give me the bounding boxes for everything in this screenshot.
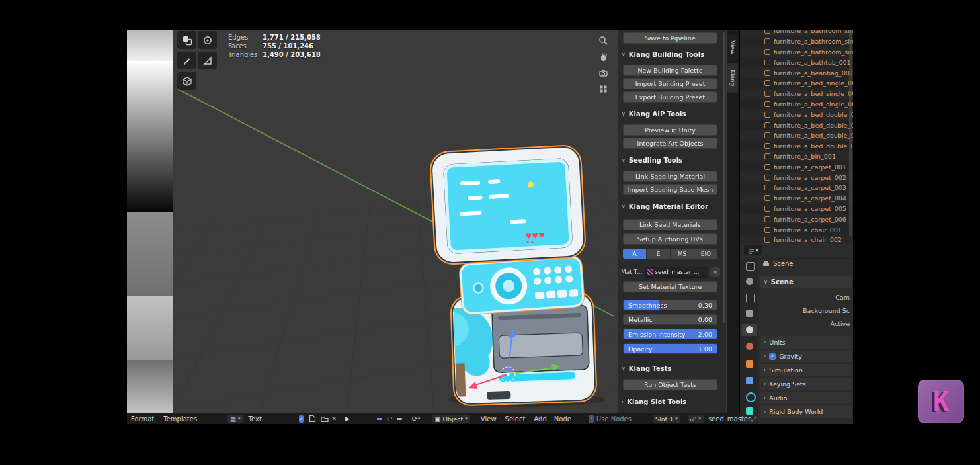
outliner-item[interactable]: furniture_a_carpet_005	[740, 204, 853, 214]
tab-klang[interactable]: Klang	[727, 63, 738, 93]
gravity-checkbox[interactable]: ✓	[769, 353, 776, 360]
tab-view[interactable]: View	[727, 35, 738, 60]
pan-tool-button[interactable]	[597, 51, 609, 63]
outliner-item[interactable]: furniture_a_chair_002	[740, 235, 853, 243]
editor-type-dropdown[interactable]: ▾	[744, 245, 762, 255]
run-script-icon[interactable]: ▶	[345, 415, 350, 422]
outliner-item[interactable]: furniture_a_beanbag_001	[740, 67, 853, 78]
import-building-preset-button[interactable]: Import Building Preset	[623, 78, 717, 89]
syntax-highlight-toggle[interactable]: ≣	[396, 415, 402, 423]
section-gravity[interactable]: › ✓ Gravity	[760, 350, 852, 362]
menu-add[interactable]: Add	[534, 415, 546, 423]
npanel-scrollbar[interactable]	[723, 32, 725, 323]
image-datablock-browse[interactable]: ☍ ▾	[688, 415, 704, 423]
section-klang-building-tools[interactable]: ∨Klang Building Tools	[622, 50, 704, 59]
tab-view-layer-icon[interactable]	[746, 310, 753, 317]
zoom-tool-button[interactable]	[597, 34, 609, 46]
link-seed-materials-button[interactable]: Link Seed Materials	[623, 219, 717, 230]
tab-scene-icon[interactable]	[746, 326, 753, 333]
save-to-pipeline-button[interactable]: Save to Pipeline	[623, 32, 717, 44]
outliner-item[interactable]: furniture_a_carpet_002	[740, 172, 853, 183]
segment-a[interactable]: A	[623, 249, 647, 259]
word-wrap-toggle[interactable]: ↩	[386, 415, 392, 423]
outliner-item[interactable]: furniture_a_bed_double_002	[740, 120, 853, 130]
register-checkbox[interactable]: ✓	[299, 415, 304, 423]
image-datablock-name[interactable]: seed_master	[708, 415, 751, 423]
section-klang-slot-tools[interactable]: ›Klang Slot Tools	[622, 397, 686, 406]
outliner-item[interactable]: furniture_a_bathroom_sink_0	[740, 47, 853, 58]
metallic-slider[interactable]: Metallic 0.00	[623, 314, 717, 325]
refresh-dropdown-icon[interactable]: ⟳▾	[412, 415, 421, 423]
export-building-preset-button[interactable]: Export Building Preset	[623, 91, 717, 103]
outliner-item[interactable]: furniture_a_carpet_003	[740, 183, 853, 193]
segment-e[interactable]: E	[647, 249, 671, 259]
outliner-item[interactable]: furniture_a_bed_single_002	[740, 89, 853, 99]
outliner-item[interactable]: furniture_a_bathroom_sink_0	[740, 36, 853, 47]
scene-panel-header[interactable]: ∨ Scene	[760, 276, 852, 288]
section-audio[interactable]: › Audio	[760, 392, 852, 404]
set-material-texture-button[interactable]: Set Material Texture	[623, 281, 717, 292]
section-klang-aip-tools[interactable]: ∨Klang AIP Tools	[622, 109, 686, 118]
tab-world-icon[interactable]	[746, 343, 753, 350]
segment-ms[interactable]: MS	[671, 249, 694, 259]
outliner-item[interactable]: furniture_a_bathtub_001	[740, 57, 853, 67]
outliner-item[interactable]: furniture_a_carpet_004	[740, 193, 853, 204]
annotate-pencil-button[interactable]	[177, 52, 196, 69]
link-seedling-material-button[interactable]: Link Seedling Material	[623, 171, 717, 182]
tab-physics-icon[interactable]	[746, 392, 756, 402]
overlay-contrast-button[interactable]	[177, 31, 196, 49]
ortho-toggle-button[interactable]	[597, 83, 609, 95]
emission-intensity-slider[interactable]: Emission Intensity 2.00	[623, 329, 717, 339]
opacity-slider[interactable]: Opacity 1.00	[623, 343, 717, 354]
section-units[interactable]: › Units	[760, 336, 852, 349]
camera-view-button[interactable]	[597, 67, 609, 79]
new-building-palette-button[interactable]: New Building Palette	[623, 65, 717, 76]
outliner-item[interactable]: furniture_a_bed_double_001	[740, 109, 853, 120]
outliner-item[interactable]: furniture_a_carpet_006	[740, 214, 853, 224]
overlay-target-button[interactable]	[198, 31, 217, 49]
outliner-item[interactable]: furniture_a_chair_001	[740, 224, 853, 235]
tab-tool-icon[interactable]	[746, 262, 755, 271]
menu-view[interactable]: View	[481, 415, 497, 423]
material-texture-dropdown[interactable]: seed_master_...	[645, 267, 708, 278]
slot-dropdown[interactable]: Slot 1 ▾	[653, 415, 680, 423]
tab-render-icon[interactable]	[746, 278, 753, 285]
section-seedling-tools[interactable]: ∨Seedling Tools	[622, 155, 682, 165]
unlink-icon[interactable]: ✕	[332, 415, 337, 422]
smoothness-slider[interactable]: Smoothness 0.30	[623, 300, 717, 310]
outliner-item[interactable]: furniture_a_bed_single_003	[740, 99, 853, 110]
clear-texture-button[interactable]: ✕	[710, 267, 720, 277]
open-folder-icon[interactable]	[321, 415, 329, 423]
segment-eio[interactable]: EIO	[694, 249, 717, 259]
measure-ruler-button[interactable]	[198, 52, 217, 69]
integrate-art-objects-button[interactable]: Integrate Art Objects	[623, 138, 717, 149]
tab-object-icon[interactable]	[746, 360, 753, 368]
outliner-item[interactable]: furniture_a_bed_double_004	[740, 141, 853, 151]
outliner-item[interactable]: furniture_a_bathroom_sink_	[740, 30, 853, 36]
section-rigid-body-world[interactable]: › Rigid Body World	[760, 405, 852, 418]
menu-format[interactable]: Format	[131, 415, 154, 423]
text-datablock-name[interactable]: Text	[249, 415, 262, 423]
outliner-item[interactable]: furniture_a_bed_single_001	[740, 78, 853, 89]
section-keying-sets[interactable]: › Keying Sets	[760, 378, 852, 390]
import-seedling-base-mesh-button[interactable]: Import Seedling Base Mesh	[623, 184, 717, 195]
tab-data-icon[interactable]	[746, 407, 753, 415]
outliner-item[interactable]: furniture_a_bin_001	[740, 151, 853, 162]
tab-modifiers-icon[interactable]	[746, 377, 753, 384]
menu-templates[interactable]: Templates	[163, 415, 197, 423]
menu-select[interactable]: Select	[505, 415, 526, 423]
add-cube-button[interactable]	[177, 72, 196, 90]
outliner-item[interactable]: furniture_a_bed_double_003	[740, 130, 853, 141]
expand-corner-icon[interactable]: ⤢	[751, 415, 756, 423]
section-klang-material-editor[interactable]: ∨Klang Material Editor	[622, 202, 708, 211]
mode-dropdown[interactable]: ▣ Object ▾	[432, 415, 470, 423]
section-simulation[interactable]: › Simulation	[760, 364, 852, 376]
section-klang-tests[interactable]: ∨Klang Tests	[622, 364, 672, 373]
setup-authoring-uvs-button[interactable]: Setup Authoring UVs	[623, 233, 717, 245]
line-numbers-toggle[interactable]: ≣	[376, 415, 382, 423]
outliner-scrollbar[interactable]	[849, 31, 852, 236]
menu-node[interactable]: Node	[554, 415, 571, 423]
tab-output-icon[interactable]	[746, 294, 755, 302]
run-object-tests-button[interactable]: Run Object Tests	[623, 379, 717, 390]
machine-model[interactable]: ♥♥♥	[415, 142, 608, 407]
